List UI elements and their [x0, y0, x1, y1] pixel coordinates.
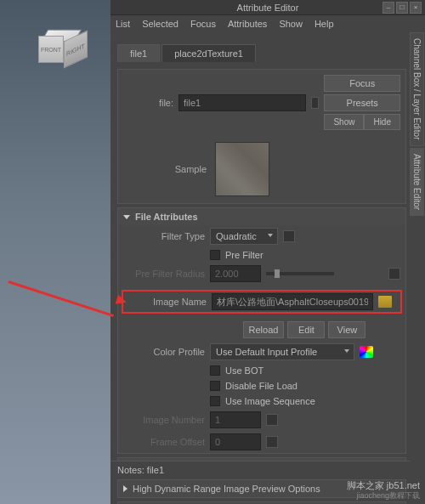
frame-offset-map-icon[interactable]: [266, 436, 278, 448]
file-attributes-title: File Attributes: [135, 212, 198, 222]
filter-type-dropdown[interactable]: Quadratic: [210, 228, 278, 245]
menu-attributes[interactable]: Attributes: [228, 19, 267, 29]
tab-file1[interactable]: file1: [117, 44, 160, 62]
expand-icon: [123, 485, 128, 492]
file-name-input[interactable]: [178, 94, 306, 111]
pre-filter-checkbox[interactable]: [210, 250, 220, 260]
menu-show[interactable]: Show: [279, 19, 303, 29]
color-profile-label: Color Profile: [123, 347, 205, 357]
tab-place2dtexture1[interactable]: place2dTexture1: [162, 44, 256, 62]
minimize-icon[interactable]: –: [382, 2, 394, 14]
cube-front-face[interactable]: FRONT: [38, 36, 64, 63]
collapse-icon: [123, 215, 130, 219]
image-number-map-icon[interactable]: [266, 414, 278, 426]
image-number-label: Image Number: [123, 415, 205, 425]
close-icon[interactable]: ×: [410, 2, 422, 14]
pre-filter-radius-label: Pre Filter Radius: [123, 269, 205, 279]
viewport-3d[interactable]: FRONT RIGHT: [0, 0, 110, 504]
panel-title: Attribute Editor: [237, 3, 299, 13]
frame-offset-label: Frame Offset: [123, 437, 205, 447]
notes-label: Notes:: [117, 465, 144, 475]
menu-focus[interactable]: Focus: [190, 19, 216, 29]
reload-button[interactable]: Reload: [243, 321, 285, 338]
use-image-sequence-checkbox[interactable]: [210, 396, 220, 406]
restore-icon[interactable]: □: [396, 2, 408, 14]
menu-selected[interactable]: Selected: [142, 19, 178, 29]
use-bot-checkbox[interactable]: [210, 365, 220, 376]
node-tabs: file1 place2dTexture1: [117, 44, 406, 62]
presets-button[interactable]: Presets: [324, 94, 400, 111]
show-button[interactable]: Show: [324, 114, 364, 130]
pre-filter-label: Pre Filter: [225, 250, 264, 260]
disable-file-load-label: Disable File Load: [225, 381, 298, 391]
disable-file-load-checkbox[interactable]: [210, 381, 220, 391]
side-tab-channel-box[interactable]: Channel Box / Layer Editor: [410, 32, 424, 146]
use-bot-label: Use BOT: [225, 365, 264, 376]
file-label: file:: [123, 98, 173, 108]
side-tab-attribute-editor[interactable]: Attribute Editor: [410, 148, 424, 216]
image-name-label: Image Name: [125, 297, 207, 307]
watermark: 脚本之家 jb51.net jiaocheng教程下载: [347, 480, 420, 501]
notes-section: Notes: file1: [110, 461, 410, 479]
filter-type-map-icon[interactable]: [283, 230, 295, 242]
panel-title-bar: Attribute Editor – □ ×: [110, 0, 425, 15]
menu-help[interactable]: Help: [314, 19, 334, 29]
frame-offset-input: [210, 433, 261, 450]
sample-label: Sample: [125, 164, 207, 174]
color-profile-dropdown[interactable]: Use Default Input Profile: [210, 343, 354, 360]
pre-filter-radius-map-icon[interactable]: [388, 268, 400, 280]
view-cube[interactable]: FRONT RIGHT: [36, 24, 87, 75]
hide-button[interactable]: Hide: [364, 114, 400, 130]
menu-list[interactable]: List: [116, 19, 130, 29]
pre-filter-radius-input: [210, 265, 261, 282]
browse-folder-icon[interactable]: [378, 296, 392, 308]
edit-button[interactable]: Edit: [287, 321, 325, 338]
view-button[interactable]: View: [328, 321, 366, 338]
file-attributes-header[interactable]: File Attributes: [118, 208, 405, 225]
pre-filter-radius-slider: [266, 272, 334, 275]
use-image-sequence-label: Use Image Sequence: [225, 396, 315, 406]
focus-button[interactable]: Focus: [324, 75, 400, 92]
image-number-input: [210, 411, 261, 428]
menu-bar: List Selected Focus Attributes Show Help: [110, 15, 425, 32]
color-profile-icon[interactable]: [360, 346, 373, 358]
filter-type-label: Filter Type: [123, 231, 205, 241]
notes-value: file1: [147, 465, 164, 475]
image-name-input[interactable]: [212, 293, 373, 310]
io-icon[interactable]: [311, 97, 319, 109]
sample-swatch[interactable]: [215, 142, 269, 196]
attribute-editor-panel: Attribute Editor – □ × List Selected Foc…: [110, 0, 425, 504]
